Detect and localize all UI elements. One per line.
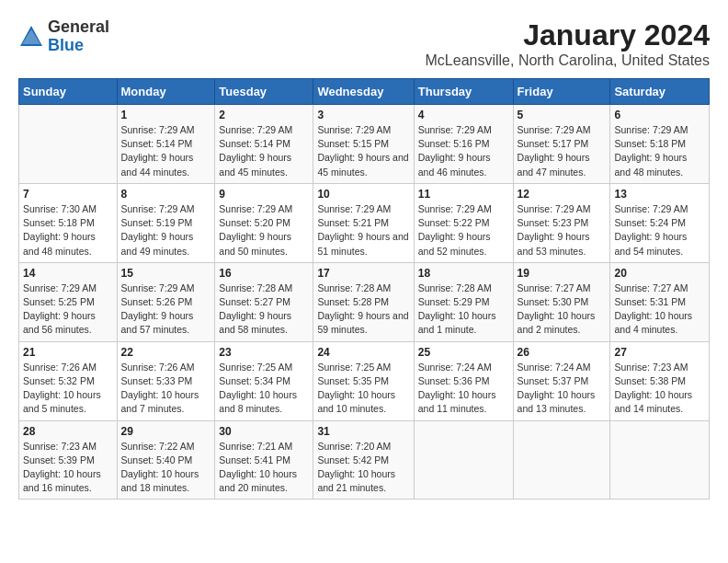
day-cell: 30 Sunrise: 7:21 AMSunset: 5:41 PMDaylig… xyxy=(215,420,313,500)
day-number: 26 xyxy=(518,346,607,359)
day-info: Sunrise: 7:29 AMSunset: 5:22 PMDaylight:… xyxy=(418,202,509,259)
day-number: 3 xyxy=(317,109,409,121)
day-number: 10 xyxy=(317,188,409,201)
day-cell: 1 Sunrise: 7:29 AMSunset: 5:14 PMDayligh… xyxy=(117,105,215,184)
day-info: Sunrise: 7:29 AMSunset: 5:14 PMDaylight:… xyxy=(121,123,211,179)
day-number: 23 xyxy=(219,346,309,359)
day-info: Sunrise: 7:29 AMSunset: 5:18 PMDaylight:… xyxy=(614,123,705,179)
day-cell: 23 Sunrise: 7:25 AMSunset: 5:34 PMDaylig… xyxy=(215,341,313,420)
logo-blue-text: Blue xyxy=(48,37,109,55)
day-number: 8 xyxy=(121,188,211,201)
header-saturday: Saturday xyxy=(610,79,710,105)
day-cell: 27 Sunrise: 7:23 AMSunset: 5:38 PMDaylig… xyxy=(610,341,710,420)
day-cell: 14 Sunrise: 7:29 AMSunset: 5:25 PMDaylig… xyxy=(19,262,118,341)
day-cell: 20 Sunrise: 7:27 AMSunset: 5:31 PMDaylig… xyxy=(610,262,710,341)
day-info: Sunrise: 7:30 AMSunset: 5:18 PMDaylight:… xyxy=(23,202,113,259)
day-info: Sunrise: 7:25 AMSunset: 5:34 PMDaylight:… xyxy=(219,361,309,417)
day-cell: 4 Sunrise: 7:29 AMSunset: 5:16 PMDayligh… xyxy=(414,105,513,184)
day-cell xyxy=(513,420,610,500)
week-row-1: 1 Sunrise: 7:29 AMSunset: 5:14 PMDayligh… xyxy=(19,105,710,184)
day-cell xyxy=(610,420,710,500)
day-number: 27 xyxy=(614,346,705,359)
header-row: Sunday Monday Tuesday Wednesday Thursday… xyxy=(19,79,710,105)
svg-marker-1 xyxy=(22,29,40,44)
header-monday: Monday xyxy=(117,79,215,105)
week-row-4: 21 Sunrise: 7:26 AMSunset: 5:32 PMDaylig… xyxy=(19,341,710,420)
day-number: 16 xyxy=(219,267,309,280)
day-info: Sunrise: 7:24 AMSunset: 5:37 PMDaylight:… xyxy=(518,361,607,417)
day-cell xyxy=(414,420,513,500)
day-cell: 31 Sunrise: 7:20 AMSunset: 5:42 PMDaylig… xyxy=(313,420,414,500)
day-info: Sunrise: 7:20 AMSunset: 5:42 PMDaylight:… xyxy=(317,440,409,496)
day-info: Sunrise: 7:22 AMSunset: 5:40 PMDaylight:… xyxy=(121,440,211,496)
day-info: Sunrise: 7:29 AMSunset: 5:20 PMDaylight:… xyxy=(219,202,309,259)
day-number: 28 xyxy=(23,425,113,438)
day-info: Sunrise: 7:29 AMSunset: 5:19 PMDaylight:… xyxy=(121,202,211,259)
page-header: General Blue January 2024 McLeansville, … xyxy=(18,18,710,69)
day-info: Sunrise: 7:25 AMSunset: 5:35 PMDaylight:… xyxy=(317,361,409,417)
day-info: Sunrise: 7:23 AMSunset: 5:39 PMDaylight:… xyxy=(23,440,113,496)
day-number: 30 xyxy=(219,425,309,438)
header-friday: Friday xyxy=(513,79,610,105)
day-cell: 21 Sunrise: 7:26 AMSunset: 5:32 PMDaylig… xyxy=(19,341,118,420)
day-cell: 25 Sunrise: 7:24 AMSunset: 5:36 PMDaylig… xyxy=(414,341,513,420)
day-info: Sunrise: 7:29 AMSunset: 5:24 PMDaylight:… xyxy=(614,202,705,259)
day-number: 18 xyxy=(418,267,509,280)
header-wednesday: Wednesday xyxy=(313,79,414,105)
day-info: Sunrise: 7:27 AMSunset: 5:31 PMDaylight:… xyxy=(614,282,705,338)
week-row-5: 28 Sunrise: 7:23 AMSunset: 5:39 PMDaylig… xyxy=(19,420,710,500)
title-block: January 2024 McLeansville, North Carolin… xyxy=(426,18,710,69)
day-cell: 22 Sunrise: 7:26 AMSunset: 5:33 PMDaylig… xyxy=(117,341,215,420)
day-number: 31 xyxy=(317,425,409,438)
day-number: 4 xyxy=(418,109,509,121)
day-cell: 3 Sunrise: 7:29 AMSunset: 5:15 PMDayligh… xyxy=(313,105,414,184)
day-info: Sunrise: 7:26 AMSunset: 5:33 PMDaylight:… xyxy=(121,361,211,417)
day-info: Sunrise: 7:23 AMSunset: 5:38 PMDaylight:… xyxy=(614,361,705,417)
header-sunday: Sunday xyxy=(19,79,118,105)
day-number: 20 xyxy=(614,267,705,280)
day-number: 12 xyxy=(518,188,607,201)
calendar-title: January 2024 xyxy=(426,18,710,52)
day-cell: 5 Sunrise: 7:29 AMSunset: 5:17 PMDayligh… xyxy=(513,105,610,184)
day-info: Sunrise: 7:27 AMSunset: 5:30 PMDaylight:… xyxy=(518,282,607,338)
day-number: 22 xyxy=(121,346,211,359)
day-number: 2 xyxy=(219,109,309,121)
day-info: Sunrise: 7:28 AMSunset: 5:27 PMDaylight:… xyxy=(219,282,309,338)
header-tuesday: Tuesday xyxy=(215,79,313,105)
day-info: Sunrise: 7:29 AMSunset: 5:25 PMDaylight:… xyxy=(23,282,113,338)
day-cell: 7 Sunrise: 7:30 AMSunset: 5:18 PMDayligh… xyxy=(19,183,118,262)
day-number: 17 xyxy=(317,267,409,280)
day-info: Sunrise: 7:29 AMSunset: 5:23 PMDaylight:… xyxy=(518,202,607,259)
calendar-subtitle: McLeansville, North Carolina, United Sta… xyxy=(426,52,710,69)
day-number: 15 xyxy=(121,267,211,280)
day-info: Sunrise: 7:29 AMSunset: 5:16 PMDaylight:… xyxy=(418,123,509,179)
day-info: Sunrise: 7:29 AMSunset: 5:21 PMDaylight:… xyxy=(317,202,409,259)
day-number: 14 xyxy=(23,267,113,280)
day-number: 6 xyxy=(614,109,705,121)
day-cell: 8 Sunrise: 7:29 AMSunset: 5:19 PMDayligh… xyxy=(117,183,215,262)
day-cell: 28 Sunrise: 7:23 AMSunset: 5:39 PMDaylig… xyxy=(19,420,118,500)
day-info: Sunrise: 7:29 AMSunset: 5:15 PMDaylight:… xyxy=(317,123,409,179)
day-cell: 9 Sunrise: 7:29 AMSunset: 5:20 PMDayligh… xyxy=(215,183,313,262)
day-info: Sunrise: 7:29 AMSunset: 5:17 PMDaylight:… xyxy=(518,123,607,179)
day-cell: 6 Sunrise: 7:29 AMSunset: 5:18 PMDayligh… xyxy=(610,105,710,184)
logo-general-text: General xyxy=(48,18,109,37)
calendar-header: Sunday Monday Tuesday Wednesday Thursday… xyxy=(19,79,710,105)
day-number: 9 xyxy=(219,188,309,201)
day-cell: 13 Sunrise: 7:29 AMSunset: 5:24 PMDaylig… xyxy=(610,183,710,262)
day-number: 7 xyxy=(23,188,113,201)
day-info: Sunrise: 7:24 AMSunset: 5:36 PMDaylight:… xyxy=(418,361,509,417)
day-cell: 16 Sunrise: 7:28 AMSunset: 5:27 PMDaylig… xyxy=(215,262,313,341)
day-number: 1 xyxy=(121,109,211,121)
day-cell: 12 Sunrise: 7:29 AMSunset: 5:23 PMDaylig… xyxy=(513,183,610,262)
day-number: 24 xyxy=(317,346,409,359)
day-number: 5 xyxy=(518,109,607,121)
day-cell: 10 Sunrise: 7:29 AMSunset: 5:21 PMDaylig… xyxy=(313,183,414,262)
day-number: 11 xyxy=(418,188,509,201)
day-cell: 2 Sunrise: 7:29 AMSunset: 5:14 PMDayligh… xyxy=(215,105,313,184)
calendar-body: 1 Sunrise: 7:29 AMSunset: 5:14 PMDayligh… xyxy=(19,105,710,500)
day-cell: 29 Sunrise: 7:22 AMSunset: 5:40 PMDaylig… xyxy=(117,420,215,500)
week-row-2: 7 Sunrise: 7:30 AMSunset: 5:18 PMDayligh… xyxy=(19,183,710,262)
week-row-3: 14 Sunrise: 7:29 AMSunset: 5:25 PMDaylig… xyxy=(19,262,710,341)
day-cell: 15 Sunrise: 7:29 AMSunset: 5:26 PMDaylig… xyxy=(117,262,215,341)
